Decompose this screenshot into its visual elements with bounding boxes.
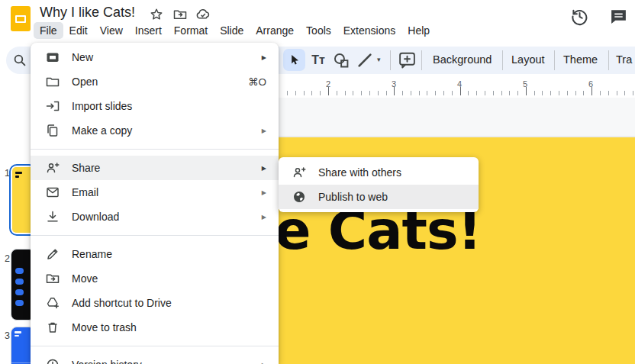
- person-add-icon: [46, 161, 60, 175]
- ruler-number: 4: [457, 79, 462, 89]
- line-dropdown-caret-icon[interactable]: ▾: [377, 56, 381, 63]
- submenu-item-publish-to-web[interactable]: Publish to web: [279, 185, 479, 209]
- star-icon[interactable]: [150, 8, 163, 21]
- menu-separator: [31, 149, 279, 150]
- text-tool-button[interactable]: Tᴛ: [308, 50, 328, 70]
- menu-tools[interactable]: Tools: [300, 22, 337, 39]
- menu-item-make-a-copy[interactable]: Make a copy ▶: [31, 118, 279, 143]
- download-icon: [46, 210, 60, 224]
- slides-logo-icon[interactable]: [11, 6, 31, 31]
- document-title[interactable]: Why I like Cats!: [40, 5, 135, 21]
- menu-extensions[interactable]: Extensions: [337, 22, 401, 39]
- toolbar-divider: [502, 50, 503, 70]
- menu-arrange[interactable]: Arrange: [250, 22, 300, 39]
- ruler-tick: [468, 91, 469, 95]
- move-folder-icon: [46, 272, 60, 285]
- menu-insert[interactable]: Insert: [129, 22, 168, 39]
- clock-icon: [46, 358, 60, 364]
- globe-icon: [292, 190, 306, 204]
- submenu-item-share-with-others[interactable]: Share with others: [279, 160, 479, 185]
- slide-thumbnail-1[interactable]: [9, 164, 31, 236]
- menu-item-download[interactable]: Download ▶: [31, 205, 279, 229]
- add-comment-button[interactable]: [398, 50, 417, 69]
- file-menu-dropdown: New ▶ Open ⌘O Import slides Make a copy …: [31, 43, 279, 364]
- cloud-saved-icon[interactable]: [195, 8, 211, 21]
- menu-item-rename[interactable]: Rename: [31, 242, 279, 266]
- thumb-text-mark: [15, 335, 19, 337]
- ruler-tick: [600, 91, 601, 95]
- ruler-tick: [353, 91, 353, 95]
- line-tool-button[interactable]: [356, 51, 374, 69]
- menu-item-share[interactable]: Share ▶: [31, 156, 279, 180]
- menu-edit[interactable]: Edit: [63, 22, 94, 39]
- ruler-tick: [501, 91, 502, 95]
- menu-item-new[interactable]: New ▶: [31, 45, 279, 69]
- folder-icon: [46, 75, 60, 89]
- menu-slide[interactable]: Slide: [214, 22, 250, 39]
- comments-icon[interactable]: [609, 7, 628, 26]
- menu-separator: [31, 235, 279, 236]
- transition-button[interactable]: Tra: [616, 53, 632, 66]
- thumb-pill: [15, 268, 24, 274]
- shortcut-label: ⌘O: [248, 76, 266, 88]
- layout-button[interactable]: Layout: [511, 53, 545, 66]
- ruler-tick: [476, 91, 477, 95]
- thumb-text-mark: [15, 172, 22, 174]
- google-slides-window: e Cats! 1 2 3 4 W: [0, 0, 635, 364]
- slide-thumbnail-2[interactable]: [11, 249, 31, 321]
- menu-bar: File Edit View Insert Format Slide Arran…: [34, 22, 436, 39]
- menu-view[interactable]: View: [94, 22, 129, 39]
- ruler-number: 5: [523, 79, 527, 89]
- ruler-tick: [608, 91, 609, 95]
- ruler-tick: [311, 91, 312, 95]
- select-tool-button[interactable]: [283, 49, 305, 71]
- ruler-tick: [509, 91, 510, 95]
- toolbar-divider: [390, 50, 391, 70]
- move-folder-icon[interactable]: [173, 8, 187, 21]
- menu-item-version-history[interactable]: Version history ▶: [31, 353, 279, 364]
- ruler-tick: [295, 91, 296, 95]
- submenu-arrow-icon: ▶: [262, 189, 266, 196]
- ruler-tick: [485, 91, 485, 95]
- menu-file[interactable]: File: [34, 22, 63, 39]
- theme-button[interactable]: Theme: [563, 53, 598, 66]
- menu-item-open[interactable]: Open ⌘O: [31, 69, 279, 94]
- menu-item-move[interactable]: Move: [31, 266, 279, 291]
- drive-shortcut-icon: [46, 296, 60, 310]
- background-button[interactable]: Background: [433, 53, 492, 66]
- version-history-icon[interactable]: [569, 6, 590, 27]
- ruler-tick: [550, 91, 551, 95]
- slide-thumbnail-3[interactable]: [11, 327, 31, 364]
- ruler-tick: [337, 91, 337, 95]
- ruler-tick: [386, 91, 387, 95]
- new-presentation-icon: [46, 50, 60, 64]
- menu-format[interactable]: Format: [168, 22, 214, 39]
- menu-item-move-to-trash[interactable]: Move to trash: [31, 315, 279, 340]
- ruler-tick: [378, 91, 379, 95]
- submenu-arrow-icon: ▶: [262, 362, 266, 364]
- menu-item-email[interactable]: Email ▶: [31, 180, 279, 205]
- ruler-tick: [287, 91, 288, 95]
- shape-tool-button[interactable]: [333, 52, 350, 69]
- submenu-arrow-icon: ▶: [262, 165, 266, 172]
- trash-icon: [46, 321, 60, 334]
- ruler-tick: [559, 91, 559, 95]
- ruler-tick: [542, 91, 543, 95]
- thumb-pill: [15, 279, 24, 285]
- import-slides-icon: [46, 99, 60, 113]
- ruler-tick: [435, 91, 436, 95]
- menu-item-add-shortcut-to-drive[interactable]: Add shortcut to Drive: [31, 291, 279, 315]
- menu-help[interactable]: Help: [401, 22, 436, 39]
- ruler-tick: [633, 91, 633, 95]
- ruler-tick: [427, 91, 427, 95]
- ruler-tick: [369, 91, 370, 95]
- ruler-tick: [617, 91, 617, 95]
- menu-item-import-slides[interactable]: Import slides: [31, 94, 279, 118]
- share-submenu: Share with others Publish to web: [279, 157, 479, 212]
- search-icon[interactable]: [12, 53, 27, 67]
- ruler-tick: [419, 91, 420, 95]
- ruler-tick: [402, 91, 403, 95]
- ruler-tick: [583, 91, 584, 95]
- toolbar-divider: [421, 50, 422, 70]
- filmstrip-panel: 1 2 3 4: [0, 75, 31, 364]
